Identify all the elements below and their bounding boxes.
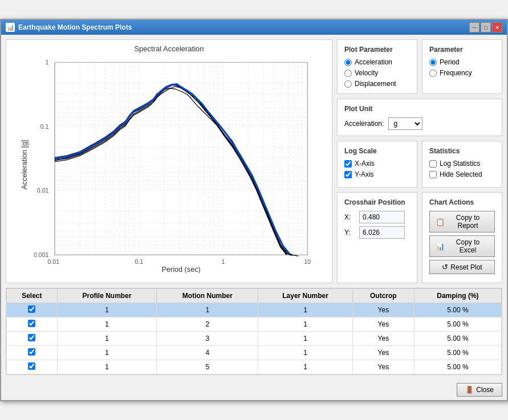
x-axis-checkbox-row[interactable]: X-Axis — [344, 160, 410, 168]
svg-text:Period (sec): Period (sec) — [161, 266, 200, 273]
cell-damping: 5.00 % — [414, 303, 501, 317]
cell-motion: 3 — [157, 332, 258, 346]
cell-damping: 5.00 % — [414, 332, 501, 346]
hide-selected-checkbox[interactable] — [429, 171, 437, 178]
cell-outcrop: Yes — [352, 332, 414, 346]
cell-outcrop: Yes — [352, 303, 414, 317]
log-statistics-checkbox[interactable] — [429, 160, 437, 168]
svg-text:10: 10 — [304, 258, 311, 265]
title-bar: 📊 Earthquake Motion Spectrum Plots ─ □ ✕ — [1, 20, 507, 35]
parameter-label: Parameter — [429, 46, 495, 54]
minimize-button[interactable]: ─ — [469, 22, 479, 32]
row-checkbox-cell[interactable] — [7, 360, 58, 374]
acceleration-unit-select[interactable]: g m/s² cm/s² — [388, 117, 422, 130]
data-table: Select Profile Number Motion Number Laye… — [6, 288, 502, 374]
col-damping: Damping (%) — [414, 289, 501, 303]
svg-text:0.1: 0.1 — [135, 258, 143, 265]
log-scale-box: Log Scale X-Axis Y-Axis — [337, 141, 417, 187]
data-table-area: Select Profile Number Motion Number Laye… — [6, 288, 502, 375]
radio-displacement[interactable]: Displacement — [344, 80, 410, 88]
row-checkbox-cell[interactable] — [7, 317, 58, 332]
col-profile: Profile Number — [57, 289, 157, 303]
svg-text:0.001: 0.001 — [34, 251, 49, 258]
svg-text:1: 1 — [46, 59, 49, 66]
y-coord-label: Y: — [344, 229, 356, 236]
y-coord-row: Y: — [344, 226, 410, 239]
reset-plot-button[interactable]: ↺ Reset Plot — [429, 260, 495, 274]
svg-text:0.01: 0.01 — [48, 258, 60, 265]
hide-selected-checkbox-row[interactable]: Hide Selected — [429, 170, 495, 178]
row-checkbox-cell[interactable] — [7, 332, 58, 346]
cell-outcrop: Yes — [352, 360, 414, 374]
parameter-box: Parameter Period Frequency — [422, 39, 502, 94]
plot-parameter-box: Plot Parameter Acceleration Velocity Dis… — [337, 39, 417, 94]
row-checkbox[interactable] — [28, 305, 35, 313]
svg-text:Acceleration [g]: Acceleration [g] — [21, 140, 29, 189]
log-scale-label: Log Scale — [344, 147, 410, 155]
copy-to-report-button[interactable]: 📋 Copy to Report — [429, 211, 495, 233]
table-row[interactable]: 151Yes5.00 % — [7, 360, 502, 374]
y-axis-checkbox-row[interactable]: Y-Axis — [344, 170, 410, 178]
chart-area: Spectral Acceleration — [6, 39, 332, 283]
main-content: Spectral Acceleration — [1, 35, 507, 380]
table-row[interactable]: 131Yes5.00 % — [7, 332, 502, 346]
radio-period[interactable]: Period — [429, 58, 495, 66]
app-icon: 📊 — [6, 23, 15, 32]
plot-parameter-label: Plot Parameter — [344, 46, 410, 54]
copy-report-icon: 📋 — [436, 218, 445, 226]
statistics-label: Statistics — [429, 147, 495, 155]
spectrum-chart[interactable]: 0.01 0.1 1 10 1 0.1 0.01 — [11, 56, 327, 273]
close-button[interactable]: 🚪 Close — [457, 383, 502, 397]
plot-parameter-group: Acceleration Velocity Displacement — [344, 58, 410, 88]
radio-frequency[interactable]: Frequency — [429, 69, 495, 77]
main-window: 📊 Earthquake Motion Spectrum Plots ─ □ ✕… — [0, 19, 508, 401]
chart-wrapper[interactable]: 0.01 0.1 1 10 1 0.1 0.01 — [11, 56, 327, 273]
row-checkbox-cell[interactable] — [7, 346, 58, 360]
close-icon: 🚪 — [465, 386, 474, 394]
plot-unit-box: Plot Unit Acceleration: g m/s² cm/s² — [337, 99, 502, 136]
chart-actions-box: Chart Actions 📋 Copy to Report 📊 Copy to… — [422, 192, 502, 283]
svg-text:1: 1 — [222, 258, 225, 265]
log-statistics-checkbox-row[interactable]: Log Statistics — [429, 160, 495, 168]
table-row[interactable]: 141Yes5.00 % — [7, 346, 502, 360]
table-row[interactable]: 121Yes5.00 % — [7, 317, 502, 332]
cell-damping: 5.00 % — [414, 360, 501, 374]
x-coord-label: X: — [344, 213, 356, 221]
cell-profile: 1 — [57, 332, 157, 346]
svg-text:0.1: 0.1 — [40, 123, 49, 130]
cell-motion: 4 — [157, 346, 258, 360]
col-outcrop: Outcrop — [352, 289, 414, 303]
window-title: Earthquake Motion Spectrum Plots — [18, 23, 132, 31]
y-axis-label: Y-Axis — [355, 170, 374, 178]
row-checkbox[interactable] — [28, 348, 35, 356]
cell-damping: 5.00 % — [414, 346, 501, 360]
cell-profile: 1 — [57, 360, 157, 374]
statistics-box: Statistics Log Statistics Hide Selected — [422, 141, 502, 187]
cell-profile: 1 — [57, 317, 157, 332]
y-coord-input[interactable] — [359, 226, 405, 239]
acceleration-unit-label: Acceleration: — [344, 120, 384, 128]
title-controls: ─ □ ✕ — [469, 22, 502, 32]
right-panel: Plot Parameter Acceleration Velocity Dis… — [337, 39, 502, 283]
row-checkbox[interactable] — [28, 334, 35, 341]
row-checkbox[interactable] — [28, 320, 35, 327]
radio-velocity[interactable]: Velocity — [344, 69, 410, 77]
cell-motion: 2 — [157, 317, 258, 332]
y-axis-checkbox[interactable] — [344, 171, 352, 178]
table-row[interactable]: 111Yes5.00 % — [7, 303, 502, 317]
x-coord-input[interactable] — [359, 211, 405, 223]
row-checkbox[interactable] — [28, 362, 35, 370]
x-coord-row: X: — [344, 211, 410, 223]
maximize-button[interactable]: □ — [481, 22, 491, 32]
row-checkbox-cell[interactable] — [7, 303, 58, 317]
radio-acceleration[interactable]: Acceleration — [344, 58, 410, 66]
plot-unit-row: Acceleration: g m/s² cm/s² — [344, 117, 495, 130]
window-close-button[interactable]: ✕ — [492, 22, 502, 32]
log-statistics-label: Log Statistics — [440, 160, 480, 168]
cell-layer: 1 — [258, 346, 353, 360]
x-axis-checkbox[interactable] — [344, 160, 352, 168]
col-select: Select — [7, 289, 58, 303]
copy-to-excel-button[interactable]: 📊 Copy to Excel — [429, 235, 495, 257]
cell-profile: 1 — [57, 303, 157, 317]
cell-layer: 1 — [258, 317, 353, 332]
